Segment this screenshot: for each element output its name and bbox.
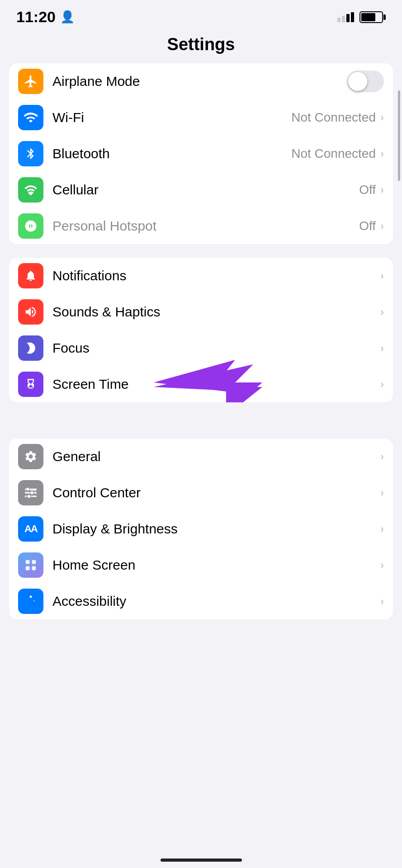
focus-icon xyxy=(18,335,43,361)
row-personal-hotspot[interactable]: Personal Hotspot Off › xyxy=(9,208,393,244)
row-control-center[interactable]: Control Center › xyxy=(9,475,393,511)
row-home-screen[interactable]: Home Screen › xyxy=(9,547,393,583)
row-cellular[interactable]: Cellular Off › xyxy=(9,172,393,208)
svg-rect-22 xyxy=(32,566,36,571)
scrollbar[interactable] xyxy=(398,90,400,181)
hotspot-label: Personal Hotspot xyxy=(52,218,359,234)
row-bluetooth[interactable]: Bluetooth Not Connected › xyxy=(9,136,393,172)
sounds-icon xyxy=(18,299,43,325)
bluetooth-label: Bluetooth xyxy=(52,146,291,161)
hotspot-icon xyxy=(18,213,43,239)
battery-body xyxy=(359,11,383,23)
bluetooth-chevron: › xyxy=(380,147,384,160)
row-airplane-mode[interactable]: Airplane Mode xyxy=(9,63,393,99)
hourglass-svg xyxy=(24,377,37,392)
svg-point-18 xyxy=(27,495,31,498)
cellular-icon xyxy=(18,177,43,203)
battery-icon xyxy=(359,11,386,23)
screen-time-label: Screen Time xyxy=(52,377,380,392)
battery-tip xyxy=(383,14,386,20)
focus-chevron: › xyxy=(380,342,384,354)
airplane-mode-toggle[interactable] xyxy=(347,71,384,92)
accessibility-icon xyxy=(18,589,43,614)
bell-svg xyxy=(24,269,37,283)
moon-svg xyxy=(24,341,38,355)
row-wifi[interactable]: Wi-Fi Not Connected › xyxy=(9,99,393,136)
general-icon xyxy=(18,444,43,469)
signal-bar-1 xyxy=(337,18,341,22)
control-center-label: Control Center xyxy=(52,485,380,500)
row-general[interactable]: General › xyxy=(9,439,393,475)
battery-fill xyxy=(361,13,375,21)
status-bar: 11:20 👤 xyxy=(0,0,402,30)
toggle-knob xyxy=(348,72,367,91)
display-brightness-chevron: › xyxy=(380,523,384,535)
time-display: 11:20 xyxy=(16,8,56,26)
cellular-chevron: › xyxy=(380,184,384,196)
wifi-svg xyxy=(23,110,38,125)
wifi-chevron: › xyxy=(380,111,384,124)
sounds-chevron: › xyxy=(380,306,384,318)
svg-rect-19 xyxy=(26,560,30,564)
row-sounds[interactable]: Sounds & Haptics › xyxy=(9,294,393,330)
row-accessibility[interactable]: Accessibility › xyxy=(9,583,393,619)
cellular-svg xyxy=(24,183,38,197)
control-center-icon xyxy=(18,480,43,505)
airplane-mode-label: Airplane Mode xyxy=(52,74,342,89)
bluetooth-icon xyxy=(18,141,43,166)
sounds-label: Sounds & Haptics xyxy=(52,304,380,320)
home-screen-chevron: › xyxy=(380,559,384,571)
signal-bar-4 xyxy=(351,12,354,22)
screen-time-icon xyxy=(18,372,43,397)
svg-rect-20 xyxy=(32,560,36,564)
settings-group-connectivity: Airplane Mode Wi-Fi Not Connected › Blue… xyxy=(9,63,393,244)
home-indicator xyxy=(161,859,242,862)
settings-group-notifications: Notifications › Sounds & Haptics › Focus… xyxy=(9,258,393,402)
accessibility-chevron: › xyxy=(380,595,384,608)
accessibility-label: Accessibility xyxy=(52,594,380,609)
wifi-label: Wi-Fi xyxy=(52,110,291,125)
notifications-chevron: › xyxy=(380,269,384,282)
signal-bars xyxy=(337,12,354,22)
cellular-label: Cellular xyxy=(52,182,359,198)
svg-point-17 xyxy=(30,491,34,495)
airplane-mode-icon xyxy=(18,69,43,94)
sliders-svg xyxy=(24,486,38,500)
notifications-icon xyxy=(18,263,43,288)
aa-text: AA xyxy=(24,523,37,535)
general-chevron: › xyxy=(380,450,384,463)
notifications-label: Notifications xyxy=(52,268,380,283)
accessibility-svg xyxy=(24,594,38,608)
row-display-brightness[interactable]: AA Display & Brightness › xyxy=(9,511,393,547)
airplane-svg xyxy=(24,74,38,89)
row-notifications[interactable]: Notifications › xyxy=(9,258,393,294)
status-right xyxy=(337,11,386,23)
row-screen-time[interactable]: Screen Time › xyxy=(9,366,393,402)
svg-point-16 xyxy=(26,487,29,491)
bluetooth-value: Not Connected xyxy=(291,146,376,161)
home-screen-label: Home Screen xyxy=(52,557,380,573)
hotspot-svg xyxy=(24,219,38,233)
display-brightness-icon: AA xyxy=(18,516,43,542)
signal-bar-3 xyxy=(346,14,350,22)
display-brightness-label: Display & Brightness xyxy=(52,521,380,537)
settings-group-display: General › Control Cente xyxy=(9,439,393,619)
person-icon: 👤 xyxy=(60,10,75,24)
sound-svg xyxy=(24,305,38,319)
row-focus[interactable]: Focus › xyxy=(9,330,393,366)
svg-point-23 xyxy=(30,596,32,598)
focus-label: Focus xyxy=(52,340,380,356)
wifi-icon xyxy=(18,105,43,130)
homescreen-svg xyxy=(24,558,38,572)
status-time: 11:20 👤 xyxy=(16,8,75,26)
bluetooth-svg xyxy=(24,146,37,161)
screen-time-chevron: › xyxy=(380,378,384,391)
home-screen-icon xyxy=(18,552,43,578)
cellular-value: Off xyxy=(359,183,376,197)
control-center-chevron: › xyxy=(380,486,384,499)
hotspot-chevron: › xyxy=(380,220,384,232)
svg-rect-21 xyxy=(26,566,30,571)
general-label: General xyxy=(52,449,380,464)
wifi-value: Not Connected xyxy=(291,110,376,125)
page-title: Settings xyxy=(0,30,402,63)
